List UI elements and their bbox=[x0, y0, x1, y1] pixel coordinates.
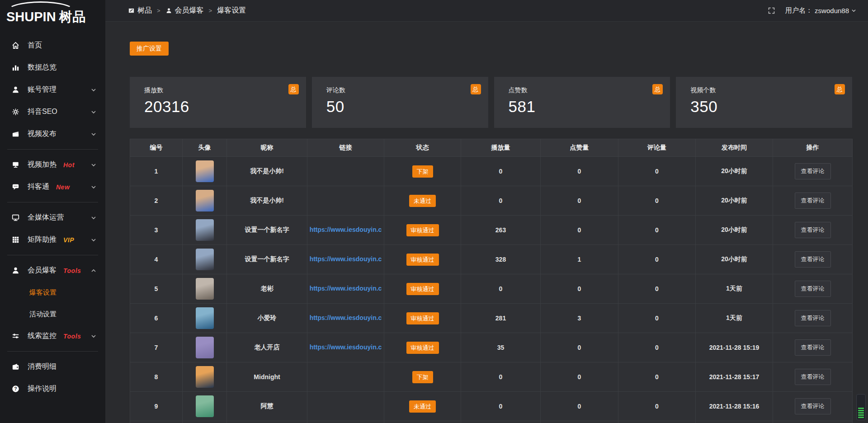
col-status: 状态 bbox=[384, 139, 461, 157]
row-likes bbox=[541, 421, 618, 423]
user-icon bbox=[11, 85, 20, 94]
row-link[interactable]: https://www.iesdouyin.c bbox=[310, 343, 382, 351]
row-likes: 0 bbox=[541, 274, 618, 304]
row-likes: 3 bbox=[541, 304, 618, 333]
tools-badge: Tools bbox=[63, 333, 81, 340]
page-title: 爆客设置 bbox=[217, 6, 246, 15]
row-nickname: 设置一个新名字 bbox=[227, 245, 307, 274]
sidebar-item-video-heat[interactable]: 视频加热 Hot bbox=[0, 154, 105, 176]
tools-badge: Tools bbox=[63, 267, 81, 274]
breadcrumb-item-member-baoke[interactable]: 会员爆客 bbox=[165, 6, 204, 15]
avatar bbox=[196, 160, 214, 182]
row-time: 2021-11-28 15:16 bbox=[696, 392, 773, 421]
sidebar-item-lead-monitor[interactable]: 线索监控 Tools bbox=[0, 325, 105, 347]
row-link[interactable]: https://www.iesdouyin.c bbox=[310, 226, 382, 233]
sidebar-item-consumption-detail[interactable]: 消费明细 bbox=[0, 356, 105, 378]
nav-divider bbox=[7, 149, 98, 150]
row-comments: 0 bbox=[618, 245, 696, 274]
row-id: 9 bbox=[130, 392, 183, 421]
sidebar-item-label: 消费明细 bbox=[28, 362, 57, 371]
row-time: 1天前 bbox=[696, 304, 773, 333]
sidebar-item-data-overview[interactable]: 数据总览 bbox=[0, 56, 105, 79]
view-comments-button[interactable]: 查看评论 bbox=[795, 281, 831, 297]
user-menu[interactable]: 用户名：zswodun88 bbox=[785, 6, 856, 15]
sidebar-item-instructions[interactable]: ? 操作说明 bbox=[0, 378, 105, 400]
sidebar-item-video-publish[interactable]: 视频发布 bbox=[0, 123, 105, 145]
row-likes: 0 bbox=[541, 216, 618, 245]
sidebar-item-label: 线索监控 bbox=[28, 331, 57, 341]
chevron-down-icon bbox=[91, 109, 96, 115]
row-nickname: 老彬 bbox=[227, 274, 307, 304]
row-link[interactable]: https://www.iesdouyin.c bbox=[310, 285, 382, 292]
total-badge: 总 bbox=[288, 84, 299, 94]
monitor-icon bbox=[11, 213, 20, 222]
activity-bar bbox=[858, 408, 864, 409]
view-comments-button[interactable]: 查看评论 bbox=[795, 163, 831, 179]
bar-chart-icon bbox=[11, 63, 20, 72]
breadcrumb-item-shupin[interactable]: 树品 bbox=[128, 6, 152, 15]
breadcrumb-item-baoke-settings: 爆客设置 bbox=[217, 6, 246, 15]
row-link[interactable]: https://www.iesdouyin.c bbox=[310, 314, 382, 321]
view-comments-button[interactable]: 查看评论 bbox=[795, 310, 831, 326]
activity-bar bbox=[858, 414, 864, 416]
avatar bbox=[196, 366, 214, 388]
row-likes: 1 bbox=[541, 245, 618, 274]
row-id: 4 bbox=[130, 245, 183, 274]
sidebar-item-label: 账号管理 bbox=[28, 85, 57, 94]
sidebar-item-member-baoke[interactable]: 会员爆客 Tools bbox=[0, 259, 105, 282]
row-time: 1天前 bbox=[696, 274, 773, 304]
view-comments-button[interactable]: 查看评论 bbox=[795, 251, 831, 268]
sidebar-subitem-activity-settings[interactable]: 活动设置 bbox=[0, 303, 105, 325]
col-likes: 点赞量 bbox=[541, 139, 618, 157]
view-comments-button[interactable]: 查看评论 bbox=[795, 398, 831, 414]
stat-card-comments: 评论数 50 总 bbox=[312, 77, 488, 128]
row-comments: 0 bbox=[618, 362, 696, 392]
row-comments: 0 bbox=[618, 274, 696, 304]
stat-label: 视频个数 bbox=[690, 86, 843, 94]
sidebar-item-account-management[interactable]: 账号管理 bbox=[0, 79, 105, 101]
view-comments-button[interactable]: 查看评论 bbox=[795, 369, 831, 385]
row-id: 3 bbox=[130, 216, 183, 245]
row-plays: 263 bbox=[461, 216, 541, 245]
status-badge: 审核通过 bbox=[406, 312, 439, 324]
stat-value: 20316 bbox=[144, 98, 297, 116]
promotion-settings-button[interactable]: 推广设置 bbox=[130, 42, 169, 56]
row-time bbox=[696, 421, 773, 423]
row-nickname: 设置一个新名字 bbox=[227, 216, 307, 245]
fullscreen-icon[interactable] bbox=[768, 7, 775, 14]
chevron-down-icon bbox=[91, 334, 96, 339]
col-plays: 播放量 bbox=[461, 139, 541, 157]
status-badge: 审核通过 bbox=[406, 254, 439, 266]
sidebar-subitem-baoke-settings[interactable]: 爆客设置 bbox=[0, 282, 105, 303]
row-nickname: 我不是小帅! bbox=[227, 157, 307, 186]
view-comments-button[interactable]: 查看评论 bbox=[795, 339, 831, 356]
app-icon bbox=[128, 7, 135, 14]
view-comments-button[interactable]: 查看评论 bbox=[795, 222, 831, 238]
status-badge: 审核通过 bbox=[406, 342, 439, 354]
sidebar-item-douketong[interactable]: 抖客通 New bbox=[0, 176, 105, 198]
row-time: 20小时前 bbox=[696, 245, 773, 274]
table-row: 7 老人开店 https://www.iesdouyin.c 审核通过 35 0… bbox=[130, 333, 853, 362]
hot-badge: Hot bbox=[63, 161, 75, 169]
video-icon bbox=[11, 130, 20, 139]
sidebar-item-douyin-seo[interactable]: 抖音SEO bbox=[0, 101, 105, 123]
col-avatar: 头像 bbox=[183, 139, 227, 157]
view-comments-button[interactable]: 查看评论 bbox=[795, 193, 831, 209]
sidebar-item-all-media[interactable]: 全媒体运营 bbox=[0, 207, 105, 229]
sidebar-item-home[interactable]: 首页 bbox=[0, 34, 105, 56]
chevron-up-icon bbox=[91, 268, 96, 273]
chevron-down-icon bbox=[91, 237, 96, 243]
row-id: 5 bbox=[130, 274, 183, 304]
sidebar-item-matrix-boost[interactable]: 矩阵助推 VIP bbox=[0, 229, 105, 251]
row-comments: 0 bbox=[618, 392, 696, 421]
row-comments: 0 bbox=[618, 333, 696, 362]
home-icon bbox=[11, 41, 20, 50]
table-header-row: 编号 头像 昵称 链接 状态 播放量 点赞量 评论量 发布时间 操作 bbox=[130, 139, 853, 157]
row-nickname: 我不是小帅! bbox=[227, 186, 307, 216]
table-row: 8 Midnight 下架 0 0 0 2021-11-28 15:17 查看评… bbox=[130, 362, 853, 392]
wallet-icon bbox=[11, 362, 20, 371]
col-link: 链接 bbox=[307, 139, 384, 157]
row-link[interactable]: https://www.iesdouyin.c bbox=[310, 255, 382, 263]
stat-cards: 播放数 20316 总 评论数 50 总 点赞数 581 总 视频个数 350 … bbox=[130, 77, 852, 128]
topbar: 树品 > 会员爆客 > 爆客设置 用户名：zswodun88 bbox=[105, 0, 868, 22]
